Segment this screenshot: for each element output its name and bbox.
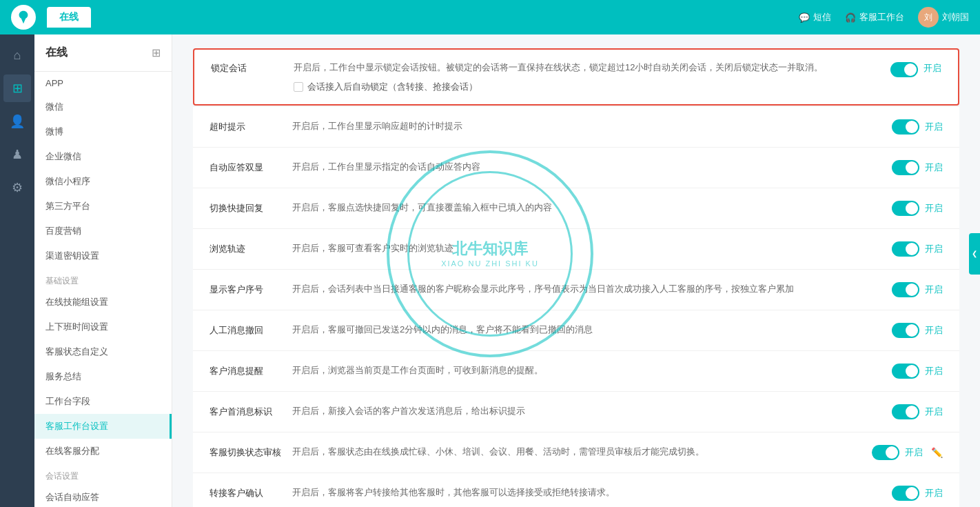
nav-item-enterprise-wechat[interactable]: 企业微信 [34, 144, 172, 169]
transfer-confirm-desc: 开启后，客服将客户转接给其他客服时，其他客服可以选择接受或拒绝转接请求。 [292, 486, 892, 500]
user-menu[interactable]: 刘 刘朝国 [918, 7, 969, 28]
nav-item-mini-program[interactable]: 微信小程序 [34, 169, 172, 194]
status-review-action: 开启 ✏️ [872, 445, 943, 460]
customer-seq-toggle-label: 开启 [925, 284, 943, 296]
first-msg-tag-row: 客户首消息标识 开启后，新接入会话的客户首次发送消息后，给出标识提示 开启 [193, 392, 959, 433]
nav-item-wechat[interactable]: 微信 [34, 95, 172, 119]
nav-item-workbench-field[interactable]: 工作台字段 [34, 389, 172, 414]
timeout-hint-toggle[interactable] [892, 119, 919, 135]
nav-item-online-assign[interactable]: 在线客服分配 [34, 439, 172, 464]
transfer-confirm-toggle[interactable] [892, 486, 919, 501]
lock-session-desc: 开启后，工作台中显示锁定会话按钮。被锁定的会话将一直保持在线状态，锁定超过12小… [294, 61, 890, 75]
settings-list: 超时提示 开启后，工作台里显示响应超时的计时提示 开启 自动应答双显 开启后，工… [193, 107, 959, 507]
nav-section-basic: 基础设置 在线技能组设置 上下班时间设置 客服状态自定义 服务总结 工作台字段 … [34, 268, 172, 464]
timeout-hint-toggle-label: 开启 [925, 121, 943, 133]
msg-notify-action: 开启 [892, 364, 943, 379]
sidebar-users-icon[interactable]: 👤 [3, 108, 31, 135]
sidebar-home-icon[interactable]: ⌂ [3, 41, 31, 69]
lock-session-toggle-label: 开启 [923, 62, 941, 74]
timeout-hint-action: 开启 [892, 119, 943, 135]
quick-reply-switch-row: 切换快捷回复 开启后，客服点选快捷回复时，可直接覆盖输入框中已填入的内容 开启 [193, 188, 959, 229]
sidebar-person-icon[interactable]: ♟ [3, 141, 31, 168]
sms-link[interactable]: 💬 短信 [799, 11, 831, 23]
first-msg-tag-label: 客户首消息标识 [210, 406, 292, 418]
nav-sidebar-title: 在线 [45, 46, 68, 60]
nav-item-shift[interactable]: 上下班时间设置 [34, 315, 172, 339]
status-review-desc: 开启后，客服状态由在线换成忙碌、小休、培训、会议、用餐、活动时，需管理员审核后才… [292, 445, 872, 459]
right-collapse-tab[interactable]: ❮ [969, 233, 980, 275]
sms-icon: 💬 [799, 12, 810, 23]
first-msg-tag-toggle-label: 开启 [925, 406, 943, 418]
msg-recall-label: 人工消息撤回 [210, 324, 292, 337]
nav-item-channel-key[interactable]: 渠道密钥设置 [34, 243, 172, 268]
customer-seq-row: 显示客户序号 开启后，会话列表中当日接通客服的客户昵称会显示此序号，序号值表示为… [193, 270, 959, 310]
timeout-hint-label: 超时提示 [210, 121, 292, 133]
customer-seq-toggle[interactable] [892, 282, 919, 297]
msg-recall-action: 开启 [892, 323, 943, 338]
nav-section-conversation: 会话设置 会话自动应答 询前表单设置 人工满意度评价 会话报警设置 敏感词设置 [34, 464, 172, 507]
nav-item-skill-group[interactable]: 在线技能组设置 [34, 290, 172, 315]
first-msg-tag-action: 开启 [892, 404, 943, 419]
nav-item-weibo[interactable]: 微博 [34, 119, 172, 144]
browse-track-toggle-label: 开启 [925, 243, 943, 255]
nav-item-app[interactable]: APP [34, 72, 172, 95]
quick-reply-switch-label: 切换快捷回复 [210, 202, 292, 215]
lock-auto-checkbox-row: 会话接入后自动锁定（含转接、抢接会话） [294, 81, 890, 93]
transfer-confirm-action: 开启 [892, 486, 943, 501]
nav-section-basic-label: 基础设置 [34, 268, 172, 290]
timeout-hint-desc: 开启后，工作台里显示响应超时的计时提示 [292, 119, 892, 134]
nav-item-status-def[interactable]: 客服状态自定义 [34, 339, 172, 364]
nav-item-auto-reply[interactable]: 会话自动应答 [34, 485, 172, 507]
timeout-hint-row: 超时提示 开启后，工作台里显示响应超时的计时提示 开启 [193, 107, 959, 148]
username: 刘朝国 [942, 11, 969, 23]
customer-seq-desc: 开启后，会话列表中当日接通客服的客户昵称会显示此序号，序号值表示为当日首次成功接… [292, 282, 892, 297]
nav-section-1: APP 微信 微博 企业微信 微信小程序 第三方平台 百度营销 渠道密钥设置 [34, 72, 172, 268]
lock-auto-checkbox[interactable] [294, 82, 303, 92]
browse-track-desc: 开启后，客服可查看客户实时的浏览轨迹 [292, 241, 892, 256]
status-review-edit-icon[interactable]: ✏️ [931, 447, 943, 458]
msg-notify-desc: 开启后，浏览器当前页是工作台页面时，可收到新消息的提醒。 [292, 364, 892, 378]
main-content: 锁定会话 开启后，工作台中显示锁定会话按钮。被锁定的会话将一直保持在线状态，锁定… [172, 34, 980, 507]
nav-item-service-summary[interactable]: 服务总结 [34, 364, 172, 389]
sidebar-grid-icon[interactable]: ⊞ [3, 74, 31, 102]
msg-notify-toggle[interactable] [892, 364, 919, 379]
status-review-toggle[interactable] [872, 445, 899, 460]
topbar-right: 💬 短信 🎧 客服工作台 刘 刘朝国 [799, 7, 969, 28]
nav-item-baidu[interactable]: 百度营销 [34, 219, 172, 243]
lock-session-action: 开启 [890, 61, 941, 77]
lock-session-section: 锁定会话 开启后，工作台中显示锁定会话按钮。被锁定的会话将一直保持在线状态，锁定… [193, 48, 959, 106]
nav-item-third-party[interactable]: 第三方平台 [34, 194, 172, 219]
sidebar-settings-icon[interactable]: ⚙ [3, 174, 31, 201]
lock-session-row: 锁定会话 开启后，工作台中显示锁定会话按钮。被锁定的会话将一直保持在线状态，锁定… [194, 50, 958, 104]
auto-reply-dual-label: 自动应答双显 [210, 161, 292, 174]
logo [11, 5, 36, 30]
quick-reply-switch-desc: 开启后，客服点选快捷回复时，可直接覆盖输入框中已填入的内容 [292, 201, 892, 215]
nav-item-workbench-settings[interactable]: 客服工作台设置 [34, 414, 172, 439]
sms-label: 短信 [813, 11, 831, 23]
msg-notify-label: 客户消息提醒 [210, 365, 292, 377]
first-msg-tag-desc: 开启后，新接入会话的客户首次发送消息后，给出标识提示 [292, 404, 892, 419]
lock-session-toggle[interactable] [890, 62, 918, 77]
transfer-confirm-row: 转接客户确认 开启后，客服将客户转接给其他客服时，其他客服可以选择接受或拒绝转接… [193, 473, 959, 507]
browse-track-toggle[interactable] [892, 241, 919, 257]
workbench-link[interactable]: 🎧 客服工作台 [845, 11, 904, 23]
nav-section-conversation-label: 会话设置 [34, 464, 172, 485]
msg-recall-toggle[interactable] [892, 323, 919, 338]
quick-reply-switch-toggle[interactable] [892, 201, 919, 216]
status-review-row: 客服切换状态审核 开启后，客服状态由在线换成忙碌、小休、培训、会议、用餐、活动时… [193, 433, 959, 473]
nav-sidebar: 在线 ⊞ APP 微信 微博 企业微信 微信小程序 第三方平台 百度营销 渠道密… [34, 34, 172, 507]
browse-track-row: 浏览轨迹 开启后，客服可查看客户实时的浏览轨迹 开启 [193, 229, 959, 270]
lock-auto-label: 会话接入后自动锁定（含转接、抢接会话） [307, 81, 478, 93]
nav-sidebar-icon[interactable]: ⊞ [152, 46, 161, 59]
auto-reply-dual-desc: 开启后，工作台里显示指定的会话自动应答内容 [292, 160, 892, 175]
transfer-confirm-label: 转接客户确认 [210, 487, 292, 499]
auto-reply-dual-toggle-label: 开启 [925, 161, 943, 174]
lock-session-label: 锁定会话 [211, 61, 294, 74]
avatar: 刘 [918, 7, 939, 28]
main-layout: ⌂ ⊞ 👤 ♟ ⚙ 在线 ⊞ APP 微信 微博 企业微信 微信小程序 第三方平… [0, 34, 980, 507]
msg-notify-toggle-label: 开启 [925, 365, 943, 377]
auto-reply-dual-toggle[interactable] [892, 160, 919, 175]
active-tab[interactable]: 在线 [47, 7, 91, 28]
first-msg-tag-toggle[interactable] [892, 404, 919, 419]
topbar: 在线 💬 短信 🎧 客服工作台 刘 刘朝国 [0, 0, 980, 34]
